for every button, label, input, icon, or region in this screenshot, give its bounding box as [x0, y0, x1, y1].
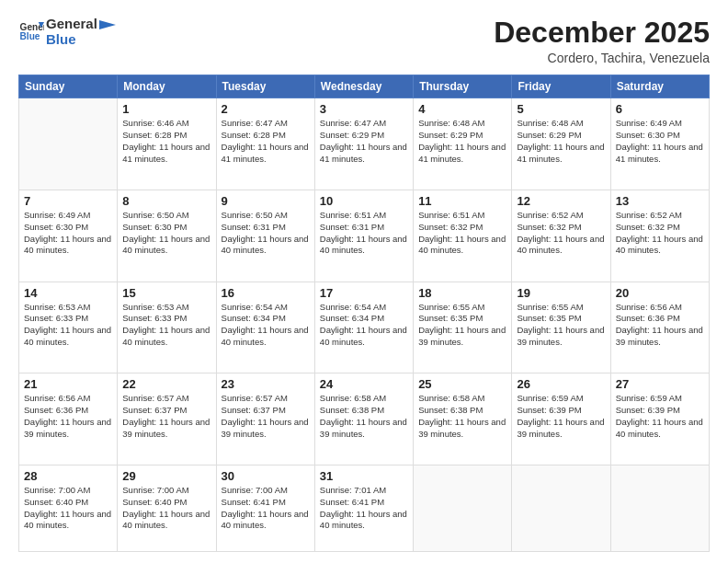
day-info: Sunrise: 6:55 AM Sunset: 6:35 PM Dayligh…: [418, 302, 506, 349]
day-info: Sunrise: 7:00 AM Sunset: 6:40 PM Dayligh…: [122, 485, 210, 532]
weekday-header-row: Sunday Monday Tuesday Wednesday Thursday…: [19, 75, 710, 98]
day-info: Sunrise: 6:53 AM Sunset: 6:33 PM Dayligh…: [24, 302, 112, 349]
day-cell: 10Sunrise: 6:51 AM Sunset: 6:31 PM Dayli…: [314, 190, 413, 282]
day-info: Sunrise: 6:46 AM Sunset: 6:28 PM Dayligh…: [122, 118, 210, 165]
day-cell: 20Sunrise: 6:56 AM Sunset: 6:36 PM Dayli…: [610, 282, 709, 373]
week-row-1: 1Sunrise: 6:46 AM Sunset: 6:28 PM Daylig…: [19, 98, 710, 190]
day-info: Sunrise: 7:00 AM Sunset: 6:41 PM Dayligh…: [222, 485, 310, 532]
day-info: Sunrise: 6:51 AM Sunset: 6:31 PM Dayligh…: [320, 210, 408, 257]
day-number: 29: [122, 469, 210, 483]
day-cell: 17Sunrise: 6:54 AM Sunset: 6:34 PM Dayli…: [314, 282, 413, 373]
day-info: Sunrise: 7:01 AM Sunset: 6:41 PM Dayligh…: [320, 485, 408, 532]
day-info: Sunrise: 6:48 AM Sunset: 6:29 PM Dayligh…: [517, 118, 605, 165]
day-info: Sunrise: 6:53 AM Sunset: 6:33 PM Dayligh…: [122, 302, 210, 349]
day-number: 19: [517, 286, 605, 300]
day-info: Sunrise: 6:58 AM Sunset: 6:38 PM Dayligh…: [320, 393, 408, 440]
day-info: Sunrise: 6:48 AM Sunset: 6:29 PM Dayligh…: [418, 118, 506, 165]
svg-text:Blue: Blue: [20, 30, 40, 40]
logo-general-text: General: [46, 17, 97, 32]
day-number: 3: [320, 102, 408, 116]
day-info: Sunrise: 6:47 AM Sunset: 6:28 PM Dayligh…: [222, 118, 310, 165]
day-number: 20: [616, 286, 704, 300]
day-number: 25: [418, 377, 506, 391]
day-cell: [610, 465, 709, 552]
day-cell: 30Sunrise: 7:00 AM Sunset: 6:41 PM Dayli…: [216, 465, 314, 552]
day-cell: 24Sunrise: 6:58 AM Sunset: 6:38 PM Dayli…: [314, 373, 413, 465]
day-number: 14: [24, 286, 112, 300]
day-cell: 21Sunrise: 6:56 AM Sunset: 6:36 PM Dayli…: [19, 373, 118, 465]
header: General Blue General Blue December 2025 …: [18, 17, 710, 65]
day-info: Sunrise: 6:51 AM Sunset: 6:32 PM Dayligh…: [418, 210, 506, 257]
day-number: 5: [517, 102, 605, 116]
day-cell: 11Sunrise: 6:51 AM Sunset: 6:32 PM Dayli…: [414, 190, 512, 282]
day-info: Sunrise: 6:50 AM Sunset: 6:30 PM Dayligh…: [122, 210, 210, 257]
day-info: Sunrise: 7:00 AM Sunset: 6:40 PM Dayligh…: [24, 485, 112, 532]
day-cell: 22Sunrise: 6:57 AM Sunset: 6:37 PM Dayli…: [118, 373, 216, 465]
day-number: 17: [320, 286, 408, 300]
day-cell: 28Sunrise: 7:00 AM Sunset: 6:40 PM Dayli…: [19, 465, 118, 552]
day-info: Sunrise: 6:59 AM Sunset: 6:39 PM Dayligh…: [616, 393, 704, 440]
generalblue-icon: General Blue: [18, 19, 44, 45]
day-number: 12: [517, 194, 605, 208]
day-info: Sunrise: 6:59 AM Sunset: 6:39 PM Dayligh…: [517, 393, 605, 440]
day-info: Sunrise: 6:50 AM Sunset: 6:31 PM Dayligh…: [222, 210, 310, 257]
header-sunday: Sunday: [19, 75, 118, 98]
day-cell: 3Sunrise: 6:47 AM Sunset: 6:29 PM Daylig…: [314, 98, 413, 190]
week-row-2: 7Sunrise: 6:49 AM Sunset: 6:30 PM Daylig…: [19, 190, 710, 282]
day-cell: 26Sunrise: 6:59 AM Sunset: 6:39 PM Dayli…: [512, 373, 610, 465]
day-info: Sunrise: 6:54 AM Sunset: 6:34 PM Dayligh…: [222, 302, 310, 349]
day-cell: 12Sunrise: 6:52 AM Sunset: 6:32 PM Dayli…: [512, 190, 610, 282]
day-cell: 7Sunrise: 6:49 AM Sunset: 6:30 PM Daylig…: [19, 190, 118, 282]
day-info: Sunrise: 6:52 AM Sunset: 6:32 PM Dayligh…: [616, 210, 704, 257]
month-title: December 2025: [494, 17, 710, 49]
title-block: December 2025 Cordero, Tachira, Venezuel…: [494, 17, 710, 65]
day-number: 1: [122, 102, 210, 116]
day-info: Sunrise: 6:56 AM Sunset: 6:36 PM Dayligh…: [616, 302, 704, 349]
day-number: 27: [616, 377, 704, 391]
location: Cordero, Tachira, Venezuela: [494, 51, 710, 65]
day-info: Sunrise: 6:57 AM Sunset: 6:37 PM Dayligh…: [122, 393, 210, 440]
day-info: Sunrise: 6:58 AM Sunset: 6:38 PM Dayligh…: [418, 393, 506, 440]
day-number: 4: [418, 102, 506, 116]
logo-blue-text: Blue: [46, 32, 97, 48]
day-cell: 15Sunrise: 6:53 AM Sunset: 6:33 PM Dayli…: [118, 282, 216, 373]
header-saturday: Saturday: [610, 75, 709, 98]
day-number: 21: [24, 377, 112, 391]
week-row-5: 28Sunrise: 7:00 AM Sunset: 6:40 PM Dayli…: [19, 465, 710, 552]
day-info: Sunrise: 6:55 AM Sunset: 6:35 PM Dayligh…: [517, 302, 605, 349]
day-number: 13: [616, 194, 704, 208]
day-cell: [414, 465, 512, 552]
header-thursday: Thursday: [414, 75, 512, 98]
day-number: 10: [320, 194, 408, 208]
day-info: Sunrise: 6:56 AM Sunset: 6:36 PM Dayligh…: [24, 393, 112, 440]
day-cell: 18Sunrise: 6:55 AM Sunset: 6:35 PM Dayli…: [414, 282, 512, 373]
day-number: 23: [222, 377, 310, 391]
day-info: Sunrise: 6:49 AM Sunset: 6:30 PM Dayligh…: [24, 210, 112, 257]
day-cell: 4Sunrise: 6:48 AM Sunset: 6:29 PM Daylig…: [414, 98, 512, 190]
header-wednesday: Wednesday: [314, 75, 413, 98]
day-cell: 9Sunrise: 6:50 AM Sunset: 6:31 PM Daylig…: [216, 190, 314, 282]
day-cell: 14Sunrise: 6:53 AM Sunset: 6:33 PM Dayli…: [19, 282, 118, 373]
day-number: 30: [222, 469, 310, 483]
header-monday: Monday: [118, 75, 216, 98]
week-row-4: 21Sunrise: 6:56 AM Sunset: 6:36 PM Dayli…: [19, 373, 710, 465]
page: General Blue General Blue December 2025 …: [0, 0, 728, 563]
day-cell: 6Sunrise: 6:49 AM Sunset: 6:30 PM Daylig…: [610, 98, 709, 190]
logo: General Blue General Blue: [18, 17, 116, 47]
day-number: 15: [122, 286, 210, 300]
day-info: Sunrise: 6:57 AM Sunset: 6:37 PM Dayligh…: [222, 393, 310, 440]
day-cell: 27Sunrise: 6:59 AM Sunset: 6:39 PM Dayli…: [610, 373, 709, 465]
day-cell: [512, 465, 610, 552]
day-info: Sunrise: 6:54 AM Sunset: 6:34 PM Dayligh…: [320, 302, 408, 349]
day-cell: 31Sunrise: 7:01 AM Sunset: 6:41 PM Dayli…: [314, 465, 413, 552]
day-cell: 25Sunrise: 6:58 AM Sunset: 6:38 PM Dayli…: [414, 373, 512, 465]
day-number: 26: [517, 377, 605, 391]
day-cell: 29Sunrise: 7:00 AM Sunset: 6:40 PM Dayli…: [118, 465, 216, 552]
day-number: 11: [418, 194, 506, 208]
day-cell: 2Sunrise: 6:47 AM Sunset: 6:28 PM Daylig…: [216, 98, 314, 190]
day-info: Sunrise: 6:49 AM Sunset: 6:30 PM Dayligh…: [616, 118, 704, 165]
day-number: 18: [418, 286, 506, 300]
day-number: 24: [320, 377, 408, 391]
week-row-3: 14Sunrise: 6:53 AM Sunset: 6:33 PM Dayli…: [19, 282, 710, 373]
day-cell: 19Sunrise: 6:55 AM Sunset: 6:35 PM Dayli…: [512, 282, 610, 373]
